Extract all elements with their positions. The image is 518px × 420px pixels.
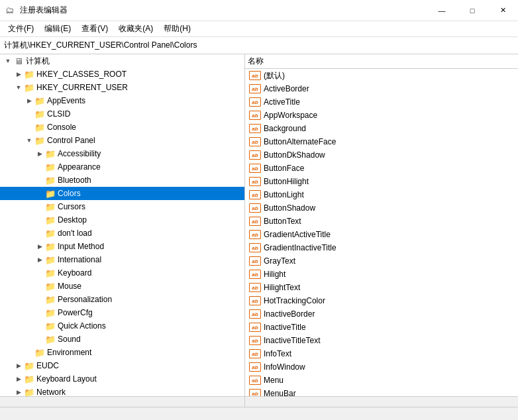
reg-item-13[interactable]: abGradientInactiveTitle — [245, 241, 518, 254]
tree-item-controlpanel[interactable]: ▼📁Control Panel — [0, 134, 244, 147]
reg-item-19[interactable]: abInactiveTitle — [245, 321, 518, 334]
expand-icon-accessibility[interactable]: ▶ — [34, 148, 45, 159]
reg-label-16: HilightText — [264, 283, 300, 292]
tree-item-dontload[interactable]: 📁don't load — [0, 227, 244, 240]
tree-item-personalization[interactable]: 📁Personalization — [0, 293, 244, 306]
tree-item-international[interactable]: ▶📁International — [0, 253, 244, 266]
tree-item-powercfg[interactable]: 📁PowerCfg — [0, 306, 244, 319]
reg-label-13: GradientInactiveTitle — [264, 243, 337, 252]
menu-bar: 文件(F)编辑(E)查看(V)收藏夹(A)帮助(H) — [0, 21, 518, 37]
reg-item-24[interactable]: abMenuBar — [245, 387, 518, 396]
tree-item-hkcu[interactable]: ▼📁HKEY_CURRENT_USER — [0, 81, 244, 94]
tree-label-controlpanel: Control Panel — [47, 136, 95, 145]
reg-item-16[interactable]: abHilightText — [245, 281, 518, 294]
reg-item-17[interactable]: abHotTrackingColor — [245, 294, 518, 307]
reg-label-14: GrayText — [264, 256, 295, 266]
tree-item-eudc[interactable]: ▶📁EUDC — [0, 359, 244, 372]
minimize-button[interactable]: — — [427, 0, 457, 21]
reg-value-icon-17: ab — [249, 296, 261, 305]
reg-label-21: InfoText — [264, 349, 291, 358]
reg-item-8[interactable]: abButtonHilight — [245, 175, 518, 188]
tree-item-mouse[interactable]: 📁Mouse — [0, 280, 244, 293]
reg-item-4[interactable]: abBackground — [245, 122, 518, 135]
reg-item-2[interactable]: abActiveTitle — [245, 95, 518, 109]
tree-item-colors[interactable]: 📁Colors — [0, 187, 244, 200]
expand-icon-eudc[interactable]: ▶ — [13, 360, 24, 371]
tree-item-keyboard[interactable]: 📁Keyboard — [0, 266, 244, 280]
collapse-icon-hkcu[interactable]: ▼ — [13, 82, 24, 93]
tree-item-bluetooth[interactable]: 📁Bluetooth — [0, 174, 244, 187]
tree-hscroll[interactable] — [0, 396, 244, 407]
tree-item-quickactions[interactable]: 📁Quick Actions — [0, 319, 244, 333]
reg-item-7[interactable]: abButtonFace — [245, 162, 518, 175]
tree-item-clsid[interactable]: 📁CLSID — [0, 107, 244, 121]
tree-item-cursors[interactable]: 📁Cursors — [0, 200, 244, 213]
right-panel: 名称 ab(默认)abActiveBorderabActiveTitleabAp… — [245, 54, 518, 407]
reg-value-icon-14: ab — [249, 256, 261, 266]
address-path: 计算机\HKEY_CURRENT_USER\Control Panel\Colo… — [4, 40, 197, 51]
collapse-icon-controlpanel[interactable]: ▼ — [24, 135, 34, 146]
reg-item-20[interactable]: abInactiveTitleText — [245, 334, 518, 347]
right-hscroll[interactable] — [245, 396, 518, 407]
close-button[interactable]: ✕ — [488, 0, 518, 21]
folder-icon-international: 📁 — [45, 254, 56, 265]
reg-item-3[interactable]: abAppWorkspace — [245, 109, 518, 122]
reg-item-22[interactable]: abInfoWindow — [245, 360, 518, 374]
reg-item-11[interactable]: abButtonText — [245, 215, 518, 228]
expand-icon-hkcr[interactable]: ▶ — [13, 69, 24, 79]
menu-item-收藏夹(A)[interactable]: 收藏夹(A) — [113, 22, 158, 36]
reg-label-1: ActiveBorder — [264, 84, 309, 93]
expand-icon-inputmethod[interactable]: ▶ — [34, 241, 45, 252]
reg-item-6[interactable]: abButtonDkShadow — [245, 148, 518, 162]
computer-icon-computer: 🖥 — [13, 56, 24, 66]
reg-label-3: AppWorkspace — [264, 111, 317, 120]
tree-label-powercfg: PowerCfg — [58, 308, 93, 317]
reg-item-0[interactable]: ab(默认) — [245, 69, 518, 82]
tree-label-personalization: Personalization — [58, 295, 112, 304]
right-list[interactable]: ab(默认)abActiveBorderabActiveTitleabAppWo… — [245, 69, 518, 396]
folder-icon-inputmethod: 📁 — [45, 241, 56, 252]
reg-item-5[interactable]: abButtonAlternateFace — [245, 135, 518, 148]
expand-icon-network[interactable]: ▶ — [13, 387, 24, 396]
reg-item-10[interactable]: abButtonShadow — [245, 201, 518, 215]
reg-label-20: InactiveTitleText — [264, 336, 321, 345]
menu-item-编辑(E)[interactable]: 编辑(E) — [39, 22, 76, 36]
expand-icon-appevents[interactable]: ▶ — [24, 95, 34, 106]
collapse-icon-computer[interactable]: ▼ — [3, 56, 13, 66]
reg-item-9[interactable]: abButtonLight — [245, 188, 518, 201]
folder-icon-console: 📁 — [34, 122, 45, 132]
tree-item-sound[interactable]: 📁Sound — [0, 333, 244, 346]
reg-item-21[interactable]: abInfoText — [245, 347, 518, 360]
reg-item-23[interactable]: abMenu — [245, 374, 518, 387]
folder-icon-colors: 📁 — [45, 188, 56, 199]
expand-icon-international[interactable]: ▶ — [34, 254, 45, 265]
tree-label-mouse: Mouse — [58, 282, 81, 291]
tree-item-keyboardlayout[interactable]: ▶📁Keyboard Layout — [0, 372, 244, 386]
tree-item-computer[interactable]: ▼🖥计算机 — [0, 54, 244, 68]
tree-item-accessibility[interactable]: ▶📁Accessibility — [0, 147, 244, 160]
tree-item-console[interactable]: 📁Console — [0, 121, 244, 134]
menu-item-文件(F)[interactable]: 文件(F) — [3, 22, 39, 36]
expand-icon-keyboardlayout[interactable]: ▶ — [13, 374, 24, 384]
tree-item-hkcr[interactable]: ▶📁HKEY_CLASSES_ROOT — [0, 68, 244, 81]
menu-item-帮助(H)[interactable]: 帮助(H) — [158, 22, 196, 36]
tree-item-network[interactable]: ▶📁Network — [0, 386, 244, 396]
tree-item-inputmethod[interactable]: ▶📁Input Method — [0, 240, 244, 253]
reg-value-icon-24: ab — [249, 389, 261, 396]
title-bar-left: 🗂 注册表编辑器 — [5, 5, 68, 16]
maximize-button[interactable]: □ — [457, 0, 488, 21]
tree-item-desktop[interactable]: 📁Desktop — [0, 213, 244, 227]
reg-item-12[interactable]: abGradientActiveTitle — [245, 228, 518, 241]
tree-scroll[interactable]: ▼🖥计算机▶📁HKEY_CLASSES_ROOT▼📁HKEY_CURRENT_U… — [0, 54, 244, 396]
reg-item-1[interactable]: abActiveBorder — [245, 82, 518, 95]
tree-label-desktop: Desktop — [58, 215, 87, 225]
tree-item-appevents[interactable]: ▶📁AppEvents — [0, 94, 244, 107]
status-bar — [0, 407, 518, 420]
reg-item-14[interactable]: abGrayText — [245, 254, 518, 268]
reg-item-18[interactable]: abInactiveBorder — [245, 307, 518, 321]
tree-item-appearance[interactable]: 📁Appearance — [0, 160, 244, 174]
tree-item-environment[interactable]: 📁Environment — [0, 346, 244, 359]
menu-item-查看(V)[interactable]: 查看(V) — [76, 22, 113, 36]
reg-value-icon-11: ab — [249, 217, 261, 226]
reg-item-15[interactable]: abHilight — [245, 268, 518, 281]
